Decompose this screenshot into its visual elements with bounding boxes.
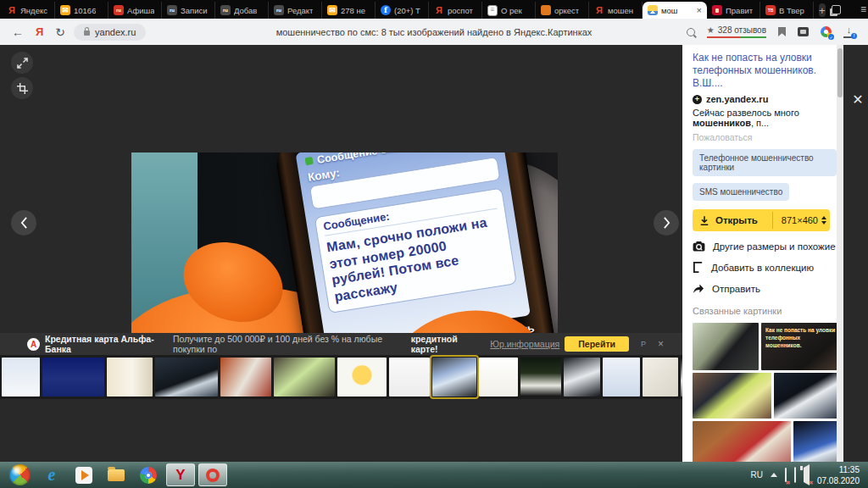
thumbnail[interactable] bbox=[564, 358, 600, 396]
related-image[interactable] bbox=[793, 421, 837, 462]
tag-chip[interactable]: Телефонное мошенничество картинки bbox=[693, 149, 837, 176]
start-button[interactable] bbox=[5, 463, 34, 486]
address-bar-actions: ★ 328 отзывов ✓ ↓! bbox=[687, 25, 868, 38]
browser-tab[interactable]: О рек × bbox=[482, 2, 536, 19]
back-button[interactable]: ← bbox=[12, 25, 24, 39]
browser-tab[interactable]: Правит × bbox=[707, 2, 760, 19]
extension-icon[interactable] bbox=[798, 27, 809, 36]
browser-tab[interactable]: 278 не × bbox=[322, 2, 376, 19]
related-images-title: Связанные картинки bbox=[693, 306, 837, 316]
browser-tab[interactable]: (20+) Т × bbox=[376, 2, 429, 19]
windows-logo-icon bbox=[9, 464, 31, 485]
google-extension-icon[interactable]: ✓ bbox=[821, 26, 832, 37]
taskbar-media-player[interactable] bbox=[70, 463, 98, 486]
tag-chips: Телефонное мошенничество картинки SMS мо… bbox=[693, 142, 837, 201]
browser-tab[interactable]: Редакт × bbox=[269, 2, 322, 19]
thumbnail[interactable] bbox=[603, 358, 640, 396]
taskbar-clock[interactable]: 11:35 07.08.2020 bbox=[817, 464, 860, 486]
tab-panels-icon[interactable] bbox=[831, 3, 843, 15]
network-icon[interactable] bbox=[794, 468, 796, 483]
tray-expand-icon[interactable] bbox=[771, 473, 777, 477]
thumbnail[interactable] bbox=[389, 358, 430, 396]
ad-close-icon[interactable]: × bbox=[658, 338, 664, 350]
snippet-tail: , п... bbox=[751, 118, 769, 128]
related-image[interactable] bbox=[693, 421, 791, 462]
thumbnail[interactable] bbox=[155, 358, 218, 396]
complain-link[interactable]: Пожаловаться bbox=[693, 132, 837, 142]
add-to-collection-label: Добавить в коллекцию bbox=[711, 263, 814, 273]
ad-legal-link[interactable]: Юр.информация bbox=[490, 339, 559, 349]
thumbnail[interactable] bbox=[520, 358, 561, 396]
browser-tab[interactable]: оркест × bbox=[536, 2, 589, 19]
thumbnail[interactable] bbox=[432, 358, 476, 396]
thumbnail[interactable] bbox=[479, 358, 518, 396]
taskbar-explorer[interactable] bbox=[102, 463, 131, 486]
url-field[interactable]: yandex.ru bbox=[74, 24, 146, 41]
browser-tab[interactable]: В Твер × bbox=[760, 2, 814, 19]
refresh-button[interactable]: ↻ bbox=[55, 25, 65, 39]
language-indicator[interactable]: RU bbox=[750, 470, 762, 480]
tag-chip[interactable]: SMS мошенничество bbox=[693, 183, 789, 201]
tab-close-icon[interactable]: × bbox=[697, 6, 702, 15]
open-image-button[interactable]: Открыть 871×460 bbox=[693, 209, 830, 231]
tab-label: Записи bbox=[181, 6, 208, 15]
taskbar-internet-explorer[interactable]: e bbox=[37, 463, 66, 486]
taskbar-chrome[interactable] bbox=[134, 463, 163, 486]
ad-go-button[interactable]: Перейти bbox=[565, 336, 629, 352]
new-tab-button[interactable]: + bbox=[819, 3, 826, 17]
crop-button[interactable] bbox=[11, 77, 33, 99]
volume-icon[interactable]: × bbox=[804, 468, 810, 483]
related-image[interactable] bbox=[693, 323, 759, 370]
yandex-browser-icon: Y bbox=[175, 467, 185, 484]
browser-tab[interactable]: Добав × bbox=[215, 2, 269, 19]
tab-favicon-icon bbox=[7, 5, 17, 15]
related-image[interactable]: Как не попасть на уловки телефонных моше… bbox=[761, 323, 837, 370]
tray-time: 11:35 bbox=[817, 464, 860, 475]
image-source[interactable]: + zen.yandex.ru bbox=[693, 94, 837, 104]
collection-icon bbox=[693, 262, 704, 273]
open-label: Открыть bbox=[715, 215, 758, 225]
fullscreen-button[interactable] bbox=[11, 52, 33, 74]
add-to-collection-button[interactable]: Добавить в коллекцию bbox=[693, 262, 837, 273]
image-title-link[interactable]: Как не попасть на уловки телефонных моше… bbox=[693, 52, 828, 90]
thumbnail[interactable] bbox=[220, 358, 271, 396]
image-snippet: Сейчас развелось много мошенников, п... bbox=[693, 108, 830, 128]
browser-tab[interactable]: мошен × bbox=[589, 2, 643, 19]
taskbar-yandex-browser[interactable]: Y bbox=[166, 463, 195, 486]
address-bar: ← Я ↻ yandex.ru мошенничество по смс: 8 … bbox=[0, 19, 868, 46]
thumbnail[interactable] bbox=[42, 358, 104, 396]
previous-image-button[interactable] bbox=[11, 210, 36, 236]
browser-tab[interactable]: мош × bbox=[643, 2, 707, 19]
thumbnail[interactable] bbox=[107, 358, 153, 396]
sidebar-scrollbar[interactable] bbox=[837, 45, 843, 462]
tab-label: Редакт bbox=[287, 6, 313, 15]
browser-tab[interactable]: Афиша × bbox=[108, 2, 162, 19]
tab-label: оркест bbox=[554, 6, 579, 15]
site-reviews-button[interactable]: ★ 328 отзывов bbox=[707, 25, 766, 38]
browser-tab[interactable]: 10166 × bbox=[55, 2, 108, 19]
share-button[interactable]: Отправить bbox=[693, 283, 837, 294]
related-images-grid: Как не попасть на уловки телефонных моше… bbox=[693, 323, 837, 462]
tab-favicon-icon bbox=[381, 5, 391, 15]
similar-images-button[interactable]: Другие размеры и похожие bbox=[693, 241, 837, 252]
action-center-icon[interactable]: × bbox=[785, 468, 787, 483]
size-selector[interactable]: 871×460 bbox=[772, 212, 830, 229]
browser-tab[interactable]: Записи × bbox=[162, 2, 215, 19]
tray-date: 07.08.2020 bbox=[817, 475, 860, 486]
downloads-icon[interactable]: ↓! bbox=[843, 25, 854, 38]
next-image-button[interactable] bbox=[654, 210, 679, 236]
thumbnail[interactable] bbox=[337, 358, 387, 396]
yandex-home-button[interactable]: Я bbox=[36, 25, 43, 38]
thumbnail[interactable] bbox=[643, 358, 678, 396]
zoom-page-icon[interactable] bbox=[687, 28, 695, 36]
taskbar-opera[interactable] bbox=[198, 463, 227, 486]
related-image[interactable] bbox=[774, 373, 837, 419]
thumbnail[interactable] bbox=[2, 358, 40, 396]
menu-icon[interactable]: ≡ bbox=[858, 3, 868, 15]
browser-tab[interactable]: роспот × bbox=[429, 2, 482, 19]
browser-tab[interactable]: Яндекс × bbox=[2, 2, 55, 19]
related-image[interactable] bbox=[693, 373, 771, 419]
thumbnail[interactable] bbox=[274, 358, 335, 396]
close-viewer-icon[interactable]: ✕ bbox=[849, 92, 866, 108]
bookmark-flag-icon[interactable] bbox=[778, 27, 786, 36]
